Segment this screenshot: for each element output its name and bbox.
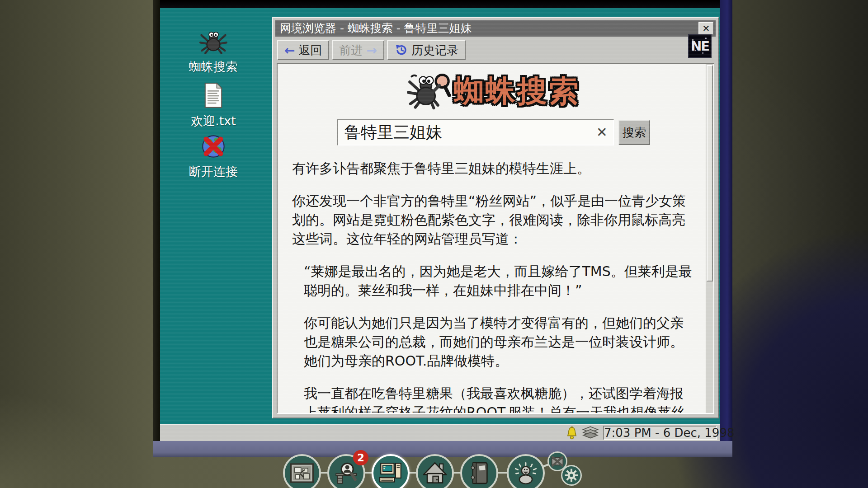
search-button[interactable]: 搜索 <box>618 120 650 145</box>
home-icon <box>423 462 447 484</box>
close-icon: ✕ <box>703 23 710 34</box>
desktop-icon-label: 断开连接 <box>179 164 247 180</box>
people-search-icon <box>335 462 358 484</box>
dock-item-computer[interactable] <box>372 454 410 488</box>
result-paragraph: 有许多讣告都聚焦于鲁特里三姐妹的模特生涯上。 <box>292 159 695 178</box>
scrollbar-thumb[interactable] <box>707 65 713 282</box>
desktop-icon-label: 蜘蛛搜索 <box>179 59 247 75</box>
vertical-scrollbar[interactable] <box>706 64 713 413</box>
search-input-wrap: ✕ <box>337 119 614 145</box>
forward-button-label: 前进 <box>339 42 363 58</box>
mail-crossed-icon <box>551 456 564 467</box>
fan-site-paragraph: 我一直都在吃鲁特里糖果（我最喜欢枫糖脆），还试图学着海报上莱利的样子穿格子花纹的… <box>304 384 695 414</box>
bulletin-board-icon <box>290 463 314 483</box>
desktop-icon-label: 欢迎.txt <box>179 113 247 129</box>
desktop-icon-welcome-txt[interactable]: 欢迎.txt <box>179 82 247 129</box>
forward-button[interactable]: 前进 → <box>332 40 384 60</box>
search-results-page: 蜘蛛搜索 ✕ 搜索 有许多讣告都聚焦于鲁特里三姐妹的模特生涯上。 你还发现一个非… <box>292 66 695 414</box>
ne-logo: NE <box>688 34 712 58</box>
spider-search-logo-text: 蜘蛛搜索 <box>454 71 580 112</box>
dock-item-home[interactable] <box>416 454 454 488</box>
monitor-bezel-top <box>153 0 732 8</box>
game-screen: 蜘蛛搜索 欢迎.txt <box>0 0 868 488</box>
back-button[interactable]: ← 返回 <box>277 40 329 60</box>
notification-badge: 2 <box>353 450 368 465</box>
spider-icon <box>199 28 227 56</box>
browser-content: 蜘蛛搜索 ✕ 搜索 有许多讣告都聚焦于鲁特里三姐妹的模特生涯上。 你还发现一个非… <box>277 63 714 414</box>
history-icon <box>394 43 408 57</box>
print-queue-icon[interactable] <box>582 426 599 440</box>
notification-bell-icon[interactable] <box>566 426 578 440</box>
close-button[interactable]: ✕ <box>698 22 714 35</box>
search-bar: ✕ 搜索 <box>292 119 695 145</box>
result-paragraph: 你还发现一个非官方的鲁特里“粉丝网站”，似乎是由一位青少女策划的。网站是霓虹粉色… <box>292 192 695 249</box>
fan-site-quote: “莱娜是最出名的，因为她是老大，而且嫁给了TMS。但莱利是最聪明的。莱丝和我一样… <box>304 262 695 300</box>
monitor-bezel-right <box>720 0 732 457</box>
forward-arrow-icon: → <box>366 43 377 58</box>
text-file-icon <box>203 82 224 110</box>
monitor-bezel-left <box>153 0 160 457</box>
computer-icon <box>379 462 402 484</box>
window-title: 网境浏览器 - 蜘蛛搜索 - 鲁特里三姐妹 <box>280 22 472 35</box>
search-input[interactable] <box>337 119 614 145</box>
dock-item-settings[interactable] <box>561 465 582 486</box>
dock-item-duck[interactable] <box>507 454 545 488</box>
browser-toolbar: ← 返回 前进 → 历史记录 <box>275 38 716 62</box>
taskbar: 7:03 PM - 6 Dec, 1998 <box>160 424 720 441</box>
taskbar-clock[interactable]: 7:03 PM - 6 Dec, 1998 <box>603 426 717 440</box>
desktop-icon-disconnect[interactable]: 断开连接 <box>179 134 247 180</box>
duck-icon <box>514 462 538 484</box>
spider-logo-icon <box>407 69 452 114</box>
gear-icon <box>565 469 578 482</box>
clear-search-icon[interactable]: ✕ <box>596 124 608 140</box>
dock-item-bulletin-board[interactable] <box>283 454 321 488</box>
disconnect-globe-icon <box>200 134 226 161</box>
desktop-icon-spider-search[interactable]: 蜘蛛搜索 <box>179 28 247 75</box>
back-button-label: 返回 <box>298 42 322 58</box>
browser-window: 网境浏览器 - 蜘蛛搜索 - 鲁特里三姐妹 ✕ ← 返回 前进 → <box>272 17 719 418</box>
history-button[interactable]: 历史记录 <box>387 40 466 60</box>
dock-item-journal[interactable] <box>460 454 498 488</box>
journal-icon <box>469 462 489 484</box>
ne-logo-text: NE <box>691 38 709 54</box>
spider-search-logo: 蜘蛛搜索 <box>292 69 695 114</box>
monitor-bezel-bottom <box>153 441 732 457</box>
fan-site-paragraph: 你可能认为她们只是因为当了模特才变得富有的，但她们的父亲也是糖果公司的总裁，而她… <box>304 314 695 371</box>
history-button-label: 历史记录 <box>411 42 458 58</box>
back-arrow-icon: ← <box>284 43 295 58</box>
window-titlebar[interactable]: 网境浏览器 - 蜘蛛搜索 - 鲁特里三姐妹 ✕ <box>275 20 716 37</box>
